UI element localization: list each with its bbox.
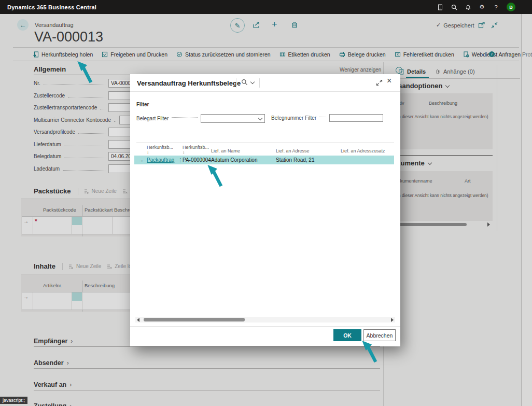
company-icon[interactable] — [437, 4, 443, 10]
divider — [130, 326, 400, 327]
help-icon[interactable]: ? — [493, 4, 499, 10]
status-bar-link-hint: javascript:; — [0, 397, 27, 404]
dialog-close-button[interactable]: × — [387, 76, 391, 86]
herkunftsbelege-dialog: Versandauftrag Herkunftsbelege × Filter … — [130, 74, 400, 346]
settings-icon[interactable]: ⚙ — [479, 4, 485, 10]
sort-descending-icon: ↓ — [183, 149, 185, 155]
sort-descending-icon: ↓ — [147, 149, 149, 155]
ok-button[interactable]: OK — [333, 329, 361, 341]
address-cell: Station Road, 21 — [276, 157, 315, 163]
scroll-right-icon[interactable] — [391, 318, 394, 322]
col-herkunftsbelegnr[interactable]: Herkunftsb... — [183, 145, 209, 150]
scrollbar-thumb[interactable] — [144, 318, 245, 321]
app-title[interactable]: Dynamics 365 Business Central — [7, 4, 96, 10]
filter-heading: Filter — [136, 102, 149, 107]
annotation-arrow-get-source — [76, 60, 95, 84]
belegnummer-filter-input[interactable] — [329, 114, 383, 122]
belegart-filter-combobox[interactable] — [201, 114, 265, 123]
source-document-row[interactable]: → Packauftrag ⋮ PA-0000004 Adatum Corpor… — [134, 156, 394, 164]
app-window: Dynamics 365 Business Central ⚙ ? B ← Ve… — [0, 0, 532, 406]
chevron-down-icon — [250, 79, 255, 83]
source-no-cell: PA-0000004 — [183, 157, 211, 163]
annotation-arrow-row — [206, 164, 226, 188]
topbar: Dynamics 365 Business Central ⚙ ? B — [0, 0, 532, 14]
close-icon: × — [387, 76, 391, 85]
expand-icon — [376, 79, 383, 86]
topbar-icons: ⚙ ? B — [437, 0, 515, 14]
divider — [259, 78, 260, 88]
dialog-horizontal-scrollbar[interactable] — [135, 317, 395, 323]
search-icon[interactable] — [451, 4, 457, 10]
search-icon — [241, 79, 248, 86]
dialog-expand-button[interactable] — [376, 79, 383, 88]
avatar[interactable]: B — [507, 3, 515, 11]
dialog-title: Versandauftrag Herkunftsbelege — [137, 79, 241, 87]
dialog-search-button[interactable] — [241, 79, 254, 86]
belegnummer-filter-field: Belegnummer Filter — [271, 114, 383, 122]
belegart-filter-field: Belegart Filter — [136, 114, 265, 123]
annotation-arrow-ok — [360, 340, 380, 363]
col-lief-an-adresszusatz[interactable]: Lief. an Adresszusatz — [341, 148, 385, 153]
divider — [136, 143, 394, 143]
divider — [236, 78, 236, 88]
notifications-icon[interactable] — [465, 4, 471, 10]
name-cell: Adatum Corporation — [211, 157, 258, 163]
row-marker: → — [138, 157, 144, 163]
col-lief-an-name[interactable]: Lief. an Name — [211, 148, 240, 153]
col-herkunftsbelegart[interactable]: Herkunftsb... — [147, 145, 173, 150]
col-lief-an-adresse[interactable]: Lief. an Adresse — [276, 148, 310, 153]
chevron-down-icon — [258, 116, 262, 120]
divider — [130, 91, 400, 92]
scroll-left-icon[interactable] — [137, 318, 139, 322]
packauftrag-link[interactable]: Packauftrag — [147, 157, 174, 163]
